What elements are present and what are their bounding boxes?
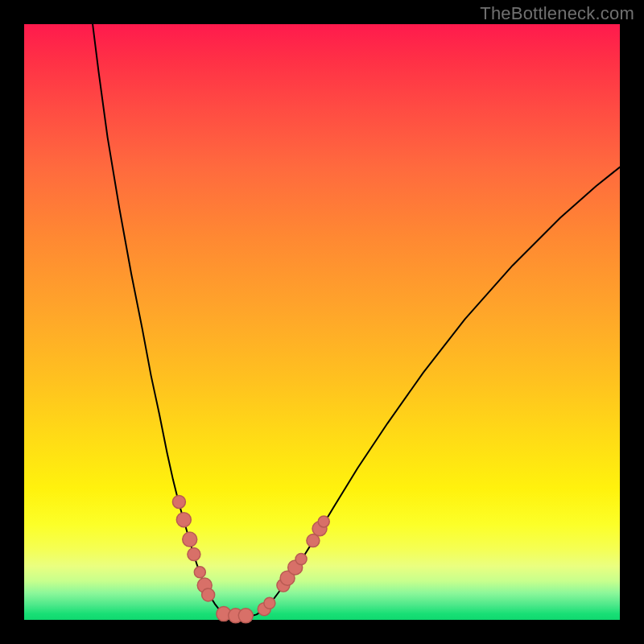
data-marker — [238, 609, 253, 623]
data-marker — [264, 597, 275, 609]
data-marker — [183, 532, 197, 547]
data-marker — [194, 567, 205, 578]
data-marker — [188, 548, 200, 561]
curve-left-branch — [93, 24, 221, 612]
chart-svg — [24, 24, 620, 620]
data-marker — [172, 495, 185, 508]
data-marker — [295, 554, 307, 565]
chart-container: TheBottleneck.com — [0, 0, 644, 644]
marker-group — [172, 495, 329, 622]
watermark-text: TheBottleneck.com — [480, 3, 634, 24]
data-marker — [202, 588, 215, 601]
data-marker — [176, 513, 191, 527]
data-marker — [318, 516, 329, 527]
plot-area — [24, 24, 620, 620]
